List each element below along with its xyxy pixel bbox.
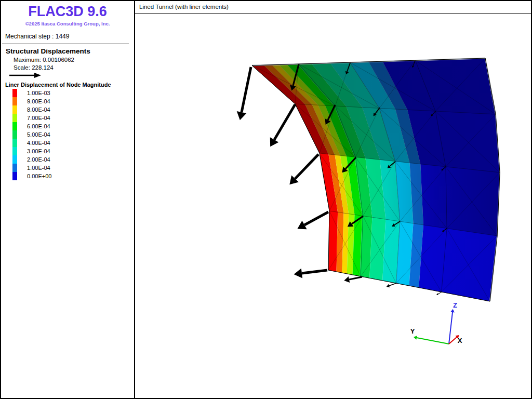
legend-value: 1.00E-03 bbox=[27, 89, 50, 97]
legend-row: 1.00E-03 bbox=[12, 89, 134, 97]
legend-swatch bbox=[12, 105, 17, 114]
maximum-value: Maximum: 0.00106062 bbox=[14, 57, 134, 63]
legend-swatch bbox=[12, 89, 17, 97]
plot-title: Lined Tunnel (with liner elements) bbox=[139, 4, 229, 10]
legend-rows: 1.00E-039.00E-048.00E-047.00E-046.00E-04… bbox=[1, 89, 134, 180]
mechanical-step-label: Mechanical step : 1449 bbox=[5, 33, 134, 40]
legend-row: 2.00E-04 bbox=[12, 155, 134, 164]
plot-viewport[interactable]: Lined Tunnel (with liner elements) bbox=[134, 1, 531, 398]
legend-title: Liner Displacement of Node Magnitude bbox=[5, 82, 134, 88]
legend-row: 6.00E-04 bbox=[12, 122, 134, 130]
legend-swatch bbox=[12, 155, 17, 164]
legend-value: 6.00E-04 bbox=[27, 122, 50, 130]
legend-swatch bbox=[12, 114, 17, 122]
legend-swatch bbox=[12, 164, 17, 172]
legend-swatch bbox=[12, 139, 17, 147]
legend-row: 5.00E-04 bbox=[12, 130, 134, 139]
legend-row: 0.00E+00 bbox=[12, 172, 134, 180]
legend-row: 7.00E-04 bbox=[12, 114, 134, 122]
legend-value: 5.00E-04 bbox=[27, 130, 50, 139]
legend-value: 9.00E-04 bbox=[27, 97, 50, 105]
plot-titlebar: Lined Tunnel (with liner elements) bbox=[135, 1, 531, 14]
legend-swatch bbox=[12, 122, 17, 130]
legend-row: 8.00E-04 bbox=[12, 105, 134, 114]
legend-value: 8.00E-04 bbox=[27, 105, 50, 114]
legend-value: 0.00E+00 bbox=[27, 172, 51, 180]
legend-row: 3.00E-04 bbox=[12, 147, 134, 155]
legend-row: 9.00E-04 bbox=[12, 97, 134, 105]
legend-swatch bbox=[12, 172, 17, 180]
flac3d-window: { "sidebar": { "logo": "FLAC3D 9.6", "co… bbox=[0, 0, 532, 399]
sidebar: FLAC3D 9.6 ©2025 Itasca Consulting Group… bbox=[1, 1, 134, 398]
legend-swatch bbox=[12, 147, 17, 155]
sidebar-divider bbox=[2, 44, 129, 44]
legend-value: 4.00E-04 bbox=[27, 139, 50, 147]
legend-value: 2.00E-04 bbox=[27, 155, 50, 164]
legend-value: 3.00E-04 bbox=[27, 147, 50, 155]
legend-swatch bbox=[12, 97, 17, 105]
copyright-text: ©2025 Itasca Consulting Group, Inc. bbox=[1, 21, 134, 26]
legend-value: 1.00E-04 bbox=[27, 164, 50, 172]
scale-reference-arrow-icon bbox=[8, 72, 45, 78]
app-logo: FLAC3D 9.6 bbox=[1, 4, 134, 20]
scale-value: Scale: 228.124 bbox=[14, 64, 134, 71]
legend-row: 4.00E-04 bbox=[12, 139, 134, 147]
section-title: Structural Displacements bbox=[6, 47, 134, 55]
legend-value: 7.00E-04 bbox=[27, 114, 50, 122]
legend-swatch bbox=[12, 130, 17, 139]
legend-row: 1.00E-04 bbox=[12, 164, 134, 172]
